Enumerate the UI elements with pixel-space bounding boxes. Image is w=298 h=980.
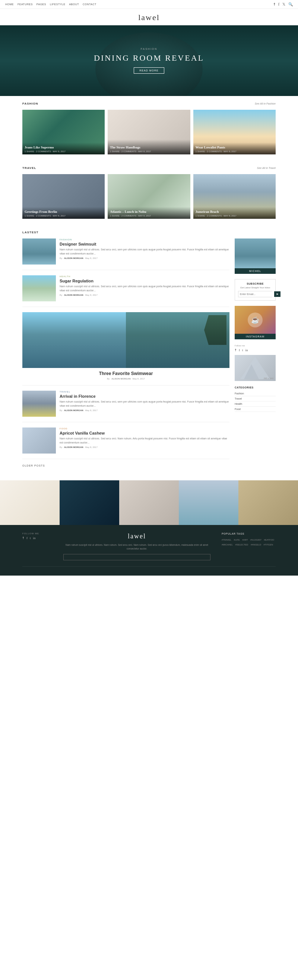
footer-follow-section: Follow me ☨ f t in — [22, 532, 52, 560]
fashion-card-2[interactable]: FASHION The Straw Handbags 1 SHARE · 2 C… — [107, 110, 190, 154]
card-meta: 1 SHARE · 2 COMMENTS · MAY 8, 2017 — [25, 215, 103, 217]
post-title-4[interactable]: Apricot Vanilla Cashew — [59, 431, 229, 435]
travel-card-2[interactable]: Atlantis – Lunch in Nobu 1 SHARE · 2 COM… — [107, 174, 190, 219]
post-title-1[interactable]: Designer Swimsuit — [59, 242, 229, 246]
follow-twitter-icon[interactable]: t — [242, 348, 243, 352]
ad-size-label: 295 x 340 — [264, 377, 273, 380]
twitter-icon[interactable]: 𝕏 — [282, 2, 285, 6]
footer-tag-4[interactable]: #EATFOO — [264, 539, 274, 541]
footer-tag-6[interactable]: #SELECTED — [235, 544, 248, 546]
post-excerpt-3: Nam rutrum suscipit nisl ut ultrices. Se… — [59, 400, 229, 408]
big-post: Three Favorite Swimwear By · ALISON MORG… — [22, 312, 229, 385]
author-image[interactable] — [235, 239, 276, 268]
post-item-3: TRAVEL Arrival in Florence Nam rutrum su… — [22, 391, 229, 422]
instagram-image[interactable]: ☕ — [235, 306, 276, 334]
nav-pages[interactable]: PAGES — [37, 3, 46, 6]
category-food[interactable]: Food — [235, 407, 276, 412]
search-icon[interactable]: 🔍 — [288, 2, 293, 6]
footer-linkedin-icon[interactable]: in — [33, 536, 36, 540]
nav-features[interactable]: FEATURES — [18, 3, 33, 6]
follow-instagram-icon[interactable]: ☨ — [235, 348, 237, 352]
categories-widget: Categories Fashion Travel Health Food — [235, 386, 276, 412]
latest-title: LASTEST — [22, 231, 276, 234]
card-meta: 1 SHARE · 2 COMMENTS · MAY 8, 2017 — [110, 150, 188, 153]
travel-section: TRAVEL See All in Travel Greetings From … — [0, 161, 298, 225]
footer-tag-8[interactable]: #TITGEN — [263, 544, 273, 546]
fashion-card-1[interactable]: Jeans Like Supermo 1 SHARE · 2 COMMENTS … — [22, 110, 105, 154]
fashion-card-grid: Jeans Like Supermo 1 SHARE · 2 COMMENTS … — [22, 110, 276, 154]
footer-tag-3[interactable]: #VLOG007 — [250, 539, 261, 541]
post-title-3[interactable]: Arrival in Florence — [59, 394, 229, 398]
footer-facebook-icon[interactable]: f — [26, 536, 27, 540]
fashion-section: FASHION See All in Fashion Jeans Like Su… — [0, 96, 298, 161]
hero-read-more-button[interactable]: Read more — [134, 67, 164, 74]
post-title-2[interactable]: Sugar Regulation — [59, 279, 229, 283]
follow-facebook-icon[interactable]: f — [239, 348, 240, 352]
card-title: Jeans Like Supermo — [25, 145, 103, 149]
footer-tag-7[interactable]: #ANGELD — [251, 544, 261, 546]
strip-image-3[interactable] — [119, 480, 179, 525]
big-post-title[interactable]: Three Favorite Swimwear — [22, 371, 229, 376]
instagram-label[interactable]: INSTAGRAM — [235, 334, 276, 339]
strip-image-2[interactable] — [59, 480, 119, 525]
nav-lifestyle[interactable]: LIFESTYLE — [50, 3, 65, 6]
footer-description: Nam rutrum suscipit nisl ut ultrices. Na… — [63, 543, 210, 551]
big-post-image[interactable] — [22, 312, 229, 368]
author-label[interactable]: MICHEL — [235, 268, 276, 274]
footer-copyright — [22, 566, 276, 570]
footer-follow-label: Follow me — [22, 532, 52, 535]
post-content-4: FOOD Apricot Vanilla Cashew Nam rutrum s… — [59, 428, 229, 453]
card-meta: 1 SHARE · 2 COMMENTS · MAY 8, 2017 — [110, 215, 188, 217]
post-thumb-1[interactable] — [22, 239, 56, 264]
strip-image-4[interactable] — [179, 480, 239, 525]
nav-contact[interactable]: CONTACT — [83, 3, 96, 6]
travel-see-all-link[interactable]: See All in Travel — [257, 167, 276, 169]
footer-instagram-icon[interactable]: ☨ — [22, 536, 24, 540]
footer-email-input[interactable] — [64, 554, 210, 560]
post-cat-4: FOOD — [59, 428, 229, 430]
subscribe-email-input[interactable] — [239, 291, 274, 297]
travel-card-3[interactable]: Jumeiran Beach 1 SHARE · 2 COMMENTS · MA… — [193, 174, 276, 219]
post-thumb-2[interactable] — [22, 275, 56, 301]
post-thumb-4[interactable] — [22, 428, 56, 453]
subscribe-submit-button[interactable]: ➤ — [274, 291, 280, 297]
nav-about[interactable]: ABOUT — [69, 3, 79, 6]
travel-card-1[interactable]: Greetings From Berlin 1 SHARE · 2 COMMEN… — [22, 174, 105, 219]
post-thumb-3[interactable] — [22, 391, 56, 417]
older-posts-link[interactable]: OLDER POSTS — [22, 465, 229, 467]
hero-content: FASHION DINING ROOM REVEAL Read more — [94, 48, 204, 74]
post-content-1: FASHION Designer Swimsuit Nam rutrum sus… — [59, 239, 229, 264]
footer-tag-1[interactable]: #LIFE — [234, 539, 240, 541]
follow-linkedin-icon[interactable]: in — [245, 348, 248, 352]
photo-strip — [0, 480, 298, 525]
facebook-icon[interactable]: f — [278, 2, 279, 6]
footer-tag-0[interactable]: #TRAVEL — [222, 539, 231, 541]
author-widget: MICHEL — [235, 239, 276, 274]
fashion-see-all-link[interactable]: See All in Fashion — [255, 102, 276, 105]
strip-image-5[interactable] — [239, 480, 298, 525]
category-health[interactable]: Health — [235, 401, 276, 407]
post-byline-3: By · ALISON MORGAN · May 8, 2017 — [59, 409, 229, 412]
strip-image-1[interactable] — [0, 480, 59, 525]
ad-widget[interactable]: 295 x 340 — [235, 355, 276, 381]
latest-sidebar: MICHEL Subscribe Get Latest Straight You… — [235, 239, 276, 474]
travel-card-grid: Greetings From Berlin 1 SHARE · 2 COMMEN… — [22, 174, 276, 219]
card-title: Atlantis – Lunch in Nobu — [110, 210, 188, 213]
instagram-icon[interactable]: ☨ — [273, 2, 275, 6]
footer-brand: lawel Nam rutrum suscipit nisl ut ultric… — [63, 532, 210, 560]
site-logo[interactable]: lawel — [0, 9, 298, 25]
fashion-card-3[interactable]: Wear Lowalist Pants 1 SHARE · 2 COMMENTS… — [193, 110, 276, 154]
follow-label: Follow me — [235, 345, 276, 347]
post-item-4: FOOD Apricot Vanilla Cashew Nam rutrum s… — [22, 428, 229, 459]
category-fashion[interactable]: Fashion — [235, 391, 276, 396]
footer-twitter-icon[interactable]: t — [30, 536, 31, 540]
latest-main: FASHION Designer Swimsuit Nam rutrum sus… — [22, 239, 229, 474]
footer-logo[interactable]: lawel — [63, 532, 210, 540]
card-tag: FASHION — [110, 143, 188, 145]
post-cat-3: TRAVEL — [59, 391, 229, 393]
footer-tags-section: Popular Tags #TRAVEL #LIFE #ART #VLOG007… — [222, 532, 276, 560]
footer-tag-2[interactable]: #ART — [242, 539, 248, 541]
footer-tag-5[interactable]: #MICHAEL — [222, 544, 233, 546]
nav-home[interactable]: HOME — [5, 3, 14, 6]
category-travel[interactable]: Travel — [235, 396, 276, 401]
